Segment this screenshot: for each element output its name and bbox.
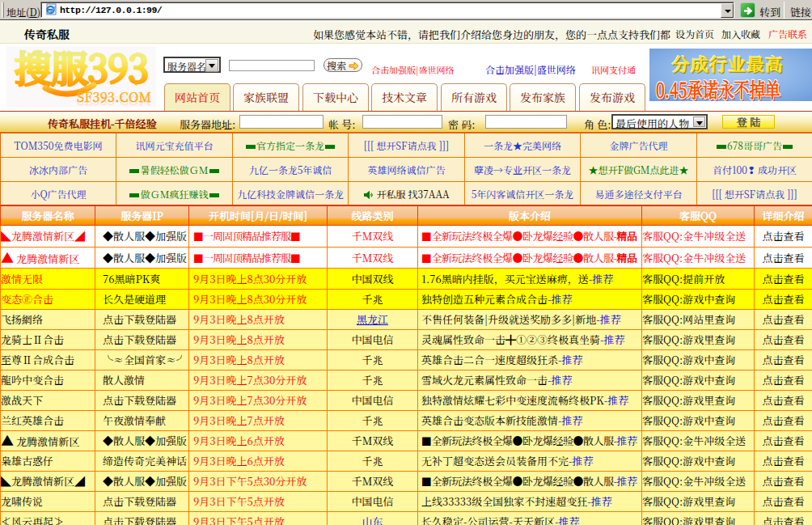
svg-text:SF393.COM: SF393.COM: [77, 93, 151, 108]
svg-text:搜服393: 搜服393: [15, 46, 149, 93]
